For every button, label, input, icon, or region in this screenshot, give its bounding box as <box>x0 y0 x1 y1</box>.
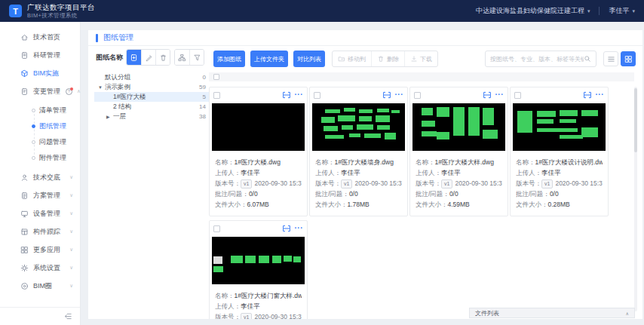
card-details: 名称：1#医疗大楼设计说明.dwg上传人：李佳平版本号：v12020-09-30… <box>511 151 608 210</box>
sidebar-item-label: 设备管理 <box>33 209 60 219</box>
sidebar-item-settings[interactable]: 系统设置∨ <box>0 259 80 277</box>
filter-tree-button[interactable] <box>189 50 204 65</box>
sidebar-subitem[interactable]: 问题管理 <box>0 134 80 150</box>
thumbnail-shape <box>537 128 578 133</box>
drawing-card-area: 添加图纸 上传文件夹 对比列表 移动到 删除 下载 <box>209 49 637 319</box>
more-actions-icon[interactable]: ··· <box>495 91 504 99</box>
sidebar-subitem[interactable]: 附件管理 <box>0 150 80 166</box>
field-label: 批注/问题： <box>416 190 449 198</box>
download-button[interactable]: 下载 <box>404 51 437 66</box>
tree-node[interactable]: 1#医疗大楼5 <box>94 92 209 102</box>
card-checkbox[interactable] <box>414 92 421 99</box>
tree-node[interactable]: ▼演示案例59 <box>94 82 209 92</box>
tree-node-label: 2 结构 <box>113 103 131 112</box>
card-checkbox[interactable] <box>314 92 320 99</box>
add-drawing-button[interactable]: 添加图纸 <box>213 51 245 67</box>
card-detail-line: 上传人：李佳平 <box>516 167 603 178</box>
drawing-card: ···名称：1#医疗大楼门窗大样.dwg上传人：李佳平版本号：v12020-09… <box>209 220 308 319</box>
card-detail-line: 版本号：v12020-09-30 15:37:30 <box>215 178 302 189</box>
compare-list-button[interactable]: 对比列表 <box>293 51 325 67</box>
brand-titles: 广联达数字项目平台 BIM+技术管理系统 <box>27 4 95 18</box>
sidebar-item-plan[interactable]: 方案管理∨ <box>0 186 80 204</box>
field-label: 上传人： <box>215 302 241 310</box>
sidebar-item-apps[interactable]: 更多应用∨ <box>0 241 80 259</box>
grid-view-toggle[interactable] <box>621 51 636 66</box>
thumbnail-shape <box>581 127 598 138</box>
sidebar-item-label: BIM圈 <box>33 281 52 291</box>
delete-button[interactable]: 删除 <box>371 51 404 66</box>
delete-group-button[interactable] <box>155 50 170 65</box>
card-uploader: 李佳平 <box>441 169 461 176</box>
sidebar-item-label: 技术首页 <box>33 32 60 42</box>
thumbnail-shape <box>344 108 355 111</box>
sidebar-item-component[interactable]: 构件跟踪∨ <box>0 222 80 241</box>
file-list-drawer[interactable]: 文件列表 ∧ <box>469 308 635 318</box>
compare-icon[interactable] <box>282 224 291 233</box>
thumbnail-shape <box>213 266 222 272</box>
collapse-sidebar-icon[interactable] <box>64 312 72 320</box>
sidebar-item-change[interactable]: 变更管理?∧ <box>0 82 80 100</box>
thumbnail-shape <box>284 256 292 262</box>
sidebar-item-bim-circle[interactable]: BIM圈∨ <box>0 277 80 295</box>
sidebar-item-bim[interactable]: BIM实施 <box>0 64 80 82</box>
thumbnail-shape <box>560 135 584 140</box>
card-header: ··· <box>310 87 407 103</box>
bim-circle-icon <box>20 282 29 290</box>
card-detail-line: 版本号：v12020-09-30 15:37:27 <box>516 178 603 189</box>
thumbnail-shape <box>537 111 556 117</box>
tree-node[interactable]: ▶一层38 <box>94 112 209 121</box>
page-title[interactable]: 图纸管理 <box>103 32 133 43</box>
sidebar-item-disclosure[interactable]: 技术交底∨ <box>0 168 80 186</box>
compare-icon[interactable] <box>483 90 492 100</box>
card-name: 1#医疗大楼设计说明.dwg <box>535 158 603 166</box>
thumbnail-shape <box>259 256 270 262</box>
search-icon[interactable] <box>584 55 591 63</box>
card-detail-line: 批注/问题：0/0 <box>315 189 402 199</box>
more-actions-icon[interactable]: ··· <box>295 225 304 232</box>
project-selector[interactable]: 中达建设海盐县妇幼保健院迁建工程▾ <box>476 6 590 16</box>
sidebar-subitem[interactable]: 图纸管理 <box>0 118 80 134</box>
scrollbar-thumb[interactable] <box>634 88 637 152</box>
add-group-button[interactable] <box>127 50 141 65</box>
bim-icon <box>20 69 29 78</box>
tree-node[interactable]: 默认分组0 <box>94 72 209 82</box>
thumbnail-shape <box>453 107 465 136</box>
card-checkbox[interactable] <box>514 92 521 99</box>
chevron-down-icon: ∨ <box>69 174 73 180</box>
sidebar-item-device[interactable]: 设备管理∨ <box>0 204 80 222</box>
rename-group-button[interactable] <box>141 50 155 65</box>
sidebar-item-research[interactable]: 科研管理 <box>0 46 80 64</box>
upload-folder-button[interactable]: 上传文件夹 <box>250 51 288 67</box>
tree-structure-icon <box>178 54 186 62</box>
download-icon <box>410 55 418 63</box>
list-view-toggle[interactable] <box>603 51 618 66</box>
trash-icon <box>159 54 167 62</box>
card-detail-line: 批注/问题：0/0 <box>416 189 502 199</box>
card-checkbox[interactable] <box>213 225 220 232</box>
user-menu[interactable]: 李佳平▾ <box>609 6 635 16</box>
compare-icon[interactable] <box>382 90 391 100</box>
compare-icon[interactable] <box>583 90 592 100</box>
card-checkbox[interactable] <box>213 92 220 99</box>
thumbnail-shape <box>517 111 532 133</box>
field-label: 名称： <box>416 158 435 166</box>
more-actions-icon[interactable]: ··· <box>596 91 605 99</box>
expand-tree-button[interactable] <box>175 50 189 65</box>
more-actions-icon[interactable]: ··· <box>395 91 404 99</box>
more-actions-icon[interactable]: ··· <box>295 91 304 99</box>
card-detail-line: 上传人：李佳平 <box>215 167 302 178</box>
compare-icon[interactable] <box>282 90 291 100</box>
search-input[interactable] <box>490 56 584 63</box>
card-size: 4.59MB <box>448 201 470 208</box>
field-label: 批注/问题： <box>516 190 550 198</box>
move-to-icon <box>338 55 345 63</box>
card-notes: 0/0 <box>349 190 358 198</box>
chevron-down-icon: ∨ <box>69 283 73 289</box>
home-icon <box>20 33 29 41</box>
sidebar-subitem[interactable]: 清单管理 <box>0 103 80 118</box>
vertical-scrollbar[interactable] <box>634 87 637 311</box>
select-all-checkbox[interactable] <box>213 74 219 80</box>
tree-node[interactable]: 2 结构14 <box>94 102 209 112</box>
sidebar-item-home[interactable]: 技术首页 <box>0 28 80 46</box>
move-to-button[interactable]: 移动到 <box>333 51 371 66</box>
